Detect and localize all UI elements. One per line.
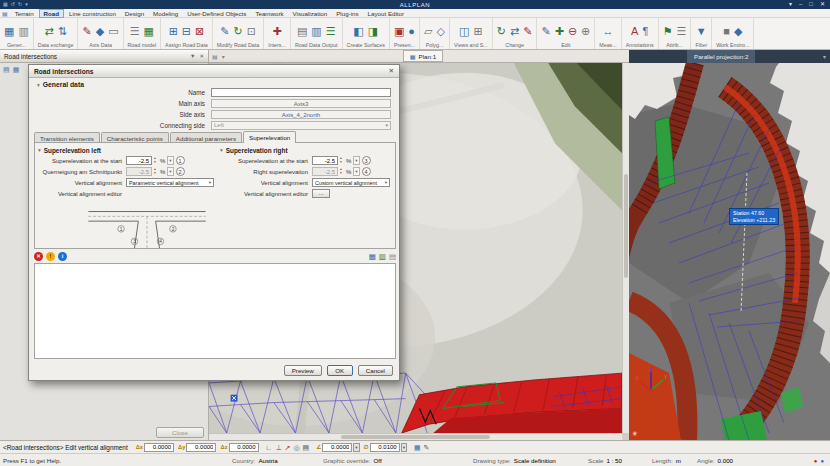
pin-icon[interactable]: ▼ [190, 53, 195, 59]
tool-icon[interactable]: ◆ [734, 26, 742, 37]
viewport-control-icon[interactable]: ▾ [222, 53, 225, 60]
list-tool-icon[interactable]: ▥ [379, 252, 386, 261]
command-tool-icon[interactable]: ▦ [414, 443, 421, 452]
quick-access-icon[interactable]: ↺ [11, 0, 15, 9]
formula-dropdown-icon[interactable]: ▾ [167, 156, 173, 165]
tool-icon[interactable]: ▥ [311, 26, 321, 37]
tool-icon[interactable]: ⚑ [663, 26, 673, 37]
coord-input-2[interactable] [229, 443, 259, 452]
warning-icon[interactable]: ! [46, 252, 55, 261]
menu-tab-layout-editor[interactable]: Layout Editor [364, 9, 408, 18]
tool-icon[interactable]: ▱ [424, 26, 432, 37]
menu-tab-road[interactable]: Road [39, 9, 64, 18]
snap-tool-icon[interactable]: ⊥ [275, 443, 281, 452]
tool-icon[interactable]: ↻ [233, 26, 242, 37]
notification-icon[interactable]: ● [820, 458, 824, 464]
tool-icon[interactable]: ✎ [82, 26, 91, 37]
tool-icon[interactable]: ◫ [459, 26, 469, 37]
tool-icon[interactable]: ✎ [220, 26, 229, 37]
tool-icon[interactable]: ▤ [297, 26, 307, 37]
name-input[interactable] [211, 88, 391, 97]
quick-access-icon[interactable]: ↻ [18, 0, 22, 9]
palette-close-icon[interactable]: ✕ [199, 53, 204, 59]
ok-button[interactable]: OK [327, 365, 353, 376]
superelevation-start-right-input[interactable] [312, 156, 338, 165]
plan-horizontal-scrollbar[interactable] [209, 433, 622, 440]
notification-icon[interactable]: ● [814, 458, 818, 464]
formula-dropdown-icon[interactable]: ▾ [167, 167, 173, 176]
dropdown-input-1[interactable] [370, 443, 400, 452]
tool-icon[interactable]: ▥ [18, 26, 28, 37]
palette-tab-icon[interactable]: ▤ [3, 66, 10, 74]
menu-tab-line-construction[interactable]: Line construction [65, 9, 120, 18]
render-mode-icon[interactable]: ✳ [632, 430, 637, 438]
tool-icon[interactable]: A [631, 26, 638, 37]
formula-dropdown-icon[interactable]: ▾ [353, 156, 359, 165]
vertical-alignment-right-select[interactable]: Custom vertical alignment ▾ [312, 178, 390, 187]
snap-tool-icon[interactable]: ▤ [303, 443, 310, 452]
tool-icon[interactable]: ▣ [394, 26, 404, 37]
palette-header[interactable]: Road intersections ▼ ✕ [0, 50, 208, 63]
tool-icon[interactable]: ▦ [144, 26, 154, 37]
menu-tab-plug-ins[interactable]: Plug-ins [332, 9, 362, 18]
tool-icon[interactable]: ◆ [96, 26, 104, 37]
quick-access-icon[interactable]: ▦ [3, 0, 8, 9]
message-list[interactable] [34, 263, 396, 359]
list-tool-icon[interactable]: ▤ [389, 252, 396, 261]
coord-input-0[interactable] [144, 443, 174, 452]
list-tool-icon[interactable]: ▦ [369, 252, 376, 261]
tool-icon[interactable]: ◇ [437, 26, 445, 37]
menu-tab-modeling[interactable]: Modeling [149, 9, 182, 18]
tool-icon[interactable]: ⊖ [568, 26, 577, 37]
tool-icon[interactable]: ⇅ [58, 26, 67, 37]
country-status[interactable]: Country:Austria [232, 454, 278, 466]
tool-icon[interactable]: ⊟ [182, 26, 191, 37]
menu-tab-terrain[interactable]: Terrain [11, 9, 38, 18]
tool-icon[interactable]: ↻ [497, 26, 506, 37]
chevron-down-icon[interactable]: ▾ [401, 443, 407, 452]
vertical-alignment-left-select[interactable]: Parametric vertical alignment ▾ [126, 178, 214, 187]
tool-icon[interactable]: ◨ [368, 26, 378, 37]
dropdown-input-0[interactable] [322, 443, 352, 452]
tool-icon[interactable]: ◧ [353, 26, 363, 37]
tool-icon[interactable]: ⊞ [169, 26, 178, 37]
snap-tool-icon[interactable]: ∟ [266, 443, 273, 452]
plan-vertical-scrollbar[interactable] [622, 63, 629, 433]
snap-tool-icon[interactable]: ↗ [285, 443, 291, 452]
tool-icon[interactable]: ✚ [555, 26, 564, 37]
spinner[interactable]: ▴▾ [152, 157, 158, 163]
palette-close-button[interactable]: Close [156, 427, 204, 438]
menu-tab-design[interactable]: Design [121, 9, 148, 18]
tool-icon[interactable]: ✎ [523, 26, 532, 37]
length-unit-status[interactable]: Length:m [652, 454, 681, 466]
tool-icon[interactable]: ☰ [326, 26, 336, 37]
scale-status[interactable]: Scale1 : 50 [588, 454, 622, 466]
tool-icon[interactable]: ⇄ [510, 26, 519, 37]
graphic-override-status[interactable]: Graphic override:Off [323, 454, 382, 466]
tool-icon[interactable]: ⊞ [473, 26, 482, 37]
tool-icon[interactable]: ✚ [272, 26, 281, 37]
preview-button[interactable]: Preview [284, 365, 322, 376]
tool-icon[interactable]: ☰ [677, 26, 687, 37]
hamburger-menu-icon[interactable]: ▤ [2, 10, 8, 17]
snap-tool-icon[interactable]: ◎ [293, 443, 299, 452]
tool-icon[interactable]: ⊕ [581, 26, 590, 37]
formula-dropdown-icon[interactable]: ▾ [353, 167, 359, 176]
tool-icon[interactable]: ¶ [642, 26, 648, 37]
help-menu-icon[interactable]: ▾ [789, 0, 792, 9]
tool-icon[interactable]: ▼ [696, 26, 707, 37]
error-icon[interactable]: ✕ [34, 252, 43, 261]
menu-tab-visualization[interactable]: Visualization [289, 9, 332, 18]
minimize-icon[interactable]: – [799, 0, 802, 9]
cancel-button[interactable]: Cancel [358, 365, 393, 376]
chevron-down-icon[interactable]: ▾ [353, 443, 359, 452]
dialog-titlebar[interactable]: Road intersections ✕ [29, 65, 399, 78]
command-tool-icon[interactable]: ✎ [424, 443, 430, 452]
tool-icon[interactable]: ▭ [108, 26, 118, 37]
viewport-control-icon[interactable]: ▤ [212, 53, 218, 60]
dialog-close-icon[interactable]: ✕ [389, 67, 394, 75]
tool-icon[interactable]: ☰ [130, 26, 140, 37]
tool-icon[interactable]: ⊠ [195, 26, 204, 37]
tool-icon[interactable]: ⇄ [44, 26, 53, 37]
drawing-type-status[interactable]: Drawing type:Scale definition [473, 454, 556, 466]
